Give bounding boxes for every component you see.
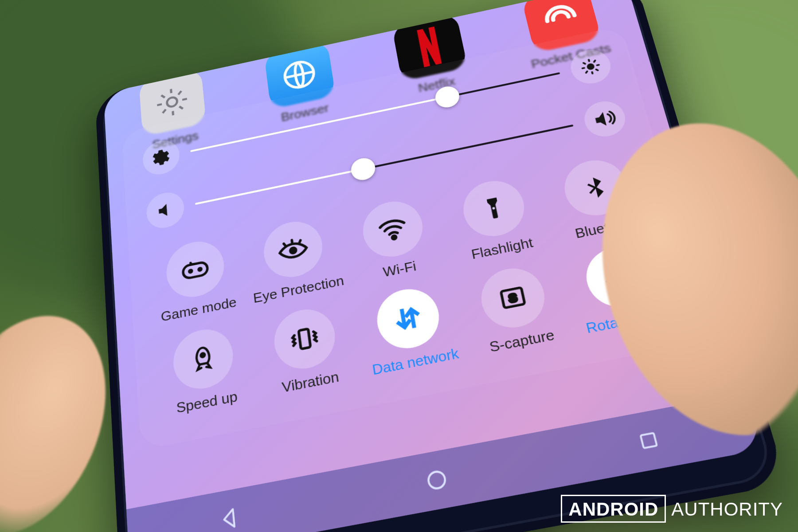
gamepad-icon bbox=[164, 237, 227, 302]
volume-high-icon[interactable] bbox=[580, 98, 629, 140]
svg-point-9 bbox=[200, 353, 205, 358]
tile-vibration[interactable]: Vibration bbox=[255, 301, 359, 399]
tile-game-mode[interactable]: Game mode bbox=[149, 234, 245, 326]
svg-point-4 bbox=[189, 270, 192, 273]
tile-eye-protection[interactable]: Eye Protection bbox=[246, 213, 345, 306]
flashlight-icon bbox=[458, 176, 529, 242]
tile-s-capture[interactable]: S S-capture bbox=[460, 260, 572, 359]
svg-rect-15 bbox=[641, 433, 657, 448]
brightness-icon[interactable] bbox=[567, 47, 614, 87]
tile-label: Game mode bbox=[153, 293, 244, 326]
nav-recents[interactable] bbox=[634, 426, 664, 455]
tile-label: S-capture bbox=[472, 324, 572, 359]
volume-mute-icon[interactable] bbox=[145, 189, 185, 231]
svg-text:S: S bbox=[507, 291, 518, 305]
svg-point-6 bbox=[290, 247, 297, 254]
watermark: ANDROIDAUTHORITY bbox=[561, 500, 783, 519]
tile-label: Data network bbox=[367, 345, 465, 379]
watermark-brand: ANDROID bbox=[561, 495, 666, 523]
svg-point-0 bbox=[167, 97, 177, 108]
tile-label: Vibration bbox=[262, 365, 359, 399]
tile-data-network[interactable]: Data network bbox=[357, 281, 465, 379]
svg-point-5 bbox=[199, 268, 202, 271]
eye-icon bbox=[261, 217, 326, 282]
svg-point-14 bbox=[427, 470, 446, 490]
screenshot-icon: S bbox=[476, 263, 550, 333]
svg-rect-11 bbox=[501, 288, 524, 308]
tile-label: Speed up bbox=[160, 386, 254, 419]
svg-rect-10 bbox=[299, 329, 311, 349]
watermark-suffix: AUTHORITY bbox=[671, 499, 783, 520]
vibration-icon bbox=[271, 304, 339, 374]
tile-label: Wi-Fi bbox=[352, 253, 447, 286]
nav-back[interactable] bbox=[215, 503, 243, 532]
tile-label: Flashlight bbox=[454, 232, 551, 265]
data-arrows-icon bbox=[373, 284, 444, 353]
tile-wifi[interactable]: Wi-Fi bbox=[344, 193, 447, 286]
tile-flashlight[interactable]: Flashlight bbox=[442, 172, 551, 266]
svg-point-2 bbox=[586, 63, 595, 70]
tile-label: Eye Protection bbox=[252, 273, 345, 306]
brightness-thumb[interactable] bbox=[433, 84, 461, 110]
nav-home[interactable] bbox=[422, 465, 452, 496]
svg-point-7 bbox=[392, 235, 396, 239]
wifi-icon bbox=[359, 196, 427, 262]
volume-thumb[interactable] bbox=[349, 156, 377, 182]
rocket-icon bbox=[171, 325, 235, 394]
tile-speed-up[interactable]: Speed up bbox=[156, 321, 254, 419]
gear-icon[interactable] bbox=[142, 137, 181, 178]
